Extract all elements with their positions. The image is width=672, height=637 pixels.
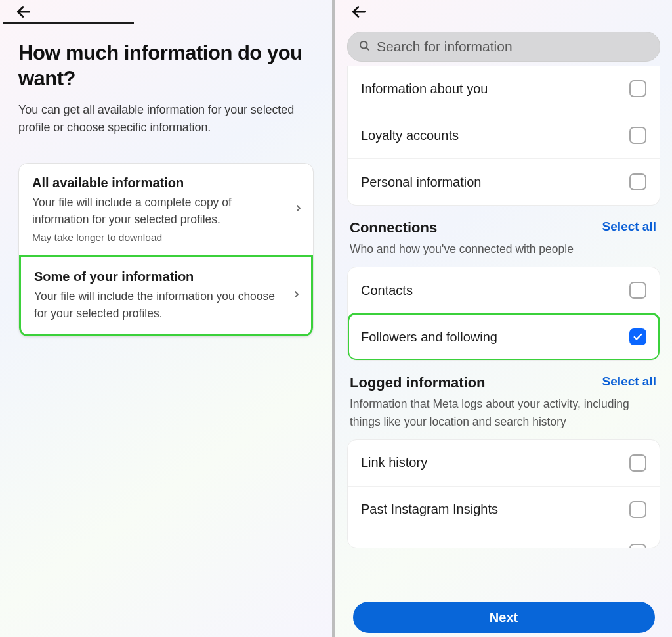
section-desc-connections: Who and how you've connected with people <box>335 236 672 267</box>
logged-card: Link history Past Instagram Insights <box>347 439 660 548</box>
row-personal-information[interactable]: Personal information <box>348 158 660 205</box>
back-arrow-icon[interactable] <box>14 3 33 21</box>
row-loyalty-accounts[interactable]: Loyalty accounts <box>348 112 660 158</box>
checkbox-icon[interactable] <box>629 544 646 548</box>
row-past-insights[interactable]: Past Instagram Insights <box>348 486 660 533</box>
checkbox-label: Information about you <box>361 81 488 97</box>
next-button[interactable]: Next <box>353 602 655 633</box>
checkbox-icon[interactable] <box>629 328 646 345</box>
option-title: All available information <box>32 175 283 190</box>
option-title: Some of your information <box>34 269 281 284</box>
section-title-connections: Connections <box>350 219 437 236</box>
svg-line-3 <box>366 47 369 50</box>
search-input[interactable]: Search for information <box>347 32 660 62</box>
chevron-right-icon <box>291 288 302 303</box>
select-all-logged[interactable]: Select all <box>602 374 656 389</box>
select-all-connections[interactable]: Select all <box>602 219 656 234</box>
row-link-history[interactable]: Link history <box>348 440 660 486</box>
top-info-card: Information about you Loyalty accounts P… <box>347 66 660 206</box>
checkbox-icon[interactable] <box>629 501 646 518</box>
checkbox-label: Loyalty accounts <box>361 128 459 143</box>
row-partial[interactable] <box>348 533 660 548</box>
back-arrow-icon[interactable] <box>350 3 368 21</box>
options-card: All available information Your file will… <box>18 163 314 337</box>
checkbox-icon[interactable] <box>629 127 646 144</box>
checkbox-label: Past Instagram Insights <box>361 502 498 517</box>
row-information-about-you[interactable]: Information about you <box>348 66 660 112</box>
checkbox-label: Followers and following <box>361 330 497 345</box>
section-desc-logged: Information that Meta logs about your ac… <box>335 391 672 439</box>
page-subtitle: You can get all available information fo… <box>18 101 314 137</box>
option-some-information[interactable]: Some of your information Your file will … <box>19 255 313 336</box>
chevron-right-icon <box>293 202 304 217</box>
checkbox-icon[interactable] <box>629 282 646 299</box>
section-title-logged: Logged information <box>350 374 486 391</box>
checkbox-icon[interactable] <box>629 80 646 97</box>
page-title: How much information do you want? <box>18 41 314 92</box>
search-icon <box>358 39 370 54</box>
checkbox-icon[interactable] <box>629 173 646 190</box>
checkbox-icon[interactable] <box>629 454 646 472</box>
option-note: May take longer to download <box>32 232 283 244</box>
search-placeholder: Search for information <box>377 39 513 55</box>
checkbox-label: Contacts <box>361 283 413 298</box>
option-desc: Your file will include a complete copy o… <box>32 194 283 229</box>
connections-card: Contacts Followers and following <box>347 267 660 361</box>
option-all-information[interactable]: All available information Your file will… <box>19 164 313 256</box>
row-contacts[interactable]: Contacts <box>348 267 660 313</box>
checkbox-label: Link history <box>361 455 427 470</box>
row-followers-following[interactable]: Followers and following <box>348 313 660 360</box>
checkbox-label: Personal information <box>361 175 481 190</box>
option-desc: Your file will include the information y… <box>34 288 281 322</box>
